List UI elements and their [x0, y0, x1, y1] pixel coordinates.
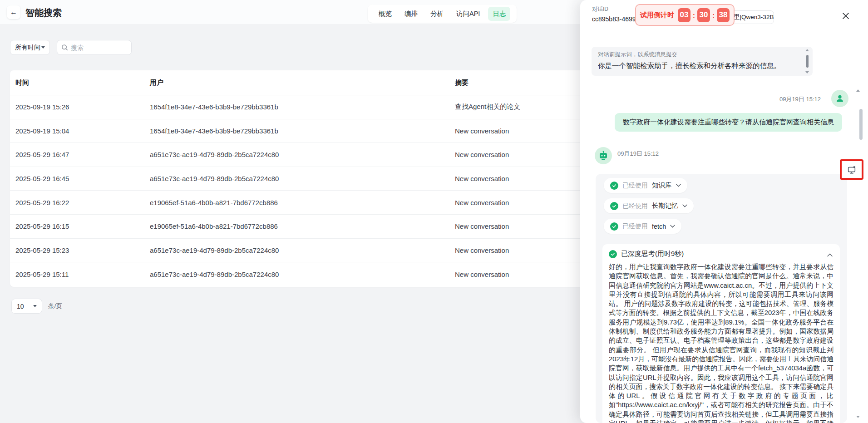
cell-time: 2025-05-29 15:23	[10, 246, 144, 254]
tab-analysis[interactable]: 分析	[426, 7, 448, 21]
assistant-avatar	[595, 147, 612, 164]
chevron-up-icon	[827, 253, 833, 257]
drawer-scrollbar-thumb[interactable]	[859, 109, 863, 140]
countdown-minutes: 30	[697, 8, 710, 22]
scrollbar-thumb[interactable]	[806, 55, 809, 68]
chevron-down-icon	[682, 204, 687, 207]
close-icon	[842, 12, 850, 20]
cell-user: a651e73c-ae19-4d79-89db-2b5ca7224c80	[144, 151, 449, 158]
cell-user: a651e73c-ae19-4d79-89db-2b5ca7224c80	[144, 271, 449, 278]
tool-usage-badge-knowledge-base[interactable]: 已经使用 知识库	[604, 178, 687, 193]
column-header-time: 时间	[10, 79, 144, 87]
tool-name: 长期记忆	[652, 202, 678, 210]
chevron-down-icon	[676, 184, 681, 187]
deep-thinking-content: 好的，用户让我查询数字政府一体化建设需要注重哪些转变，并且要求从信通院官网获取信…	[609, 262, 833, 423]
page-size-unit-label: 条/页	[48, 302, 62, 310]
countdown-label: 试用倒计时	[640, 11, 674, 20]
caret-down-icon	[41, 46, 45, 49]
deep-thinking-title: 已深度思考(用时9秒)	[621, 250, 684, 258]
scroll-down-icon[interactable]	[805, 71, 809, 74]
countdown-hours: 03	[678, 8, 690, 22]
time-filter-value: 所有时间	[15, 44, 40, 52]
cell-user: a651e73c-ae19-4d79-89db-2b5ca7224c80	[144, 175, 449, 182]
countdown-separator: :	[693, 11, 695, 19]
scroll-down-icon[interactable]	[856, 416, 860, 418]
check-circle-icon	[609, 250, 617, 258]
page-size-select[interactable]: 10	[11, 299, 42, 314]
cell-user: a651e73c-ae19-4d79-89db-2b5ca7224c80	[144, 246, 449, 254]
conversation-detail-drawer: 对话ID cc895b83-4699-49 试用倒计时 03 : 30 : 38…	[580, 0, 868, 423]
system-prompt-content: 你是一个智能检索助手，擅长检索和分析各种来源的信息。	[598, 61, 801, 71]
monitor-icon	[847, 165, 857, 175]
tab-orchestration[interactable]: 编排	[400, 7, 422, 21]
close-drawer-button[interactable]	[840, 10, 852, 22]
check-circle-icon	[610, 202, 618, 210]
tab-api-access[interactable]: 访问API	[452, 7, 484, 21]
user-icon	[835, 93, 845, 103]
user-message-time: 09月19日 15:12	[779, 95, 821, 103]
cell-time: 2025-05-29 16:15	[10, 222, 144, 230]
page-size-value: 10	[17, 303, 24, 310]
tool-usage-badge-long-term-memory[interactable]: 已经使用 长期记忆	[604, 198, 694, 213]
scroll-up-icon[interactable]	[805, 49, 809, 51]
conversation-id-label: 对话ID	[592, 5, 608, 13]
tool-usage-badge-fetch[interactable]: 已经使用 fetch	[604, 219, 681, 234]
cell-time: 2025-05-29 16:47	[10, 151, 144, 158]
system-prompt-scrollbar[interactable]	[805, 49, 809, 74]
cell-user: e19065ef-51a6-4b0b-a821-7bd6772cb886	[144, 199, 449, 207]
cell-time: 2025-09-19 15:26	[10, 103, 144, 111]
user-message-bubble: 数字政府一体化建设需要注重哪些转变？请从信通院官网查询相关信息	[615, 113, 842, 132]
system-prompt-caption: 对话前提示词，以系统消息提交	[598, 51, 801, 59]
tool-status-label: 已经使用	[622, 202, 648, 210]
search-input[interactable]	[71, 44, 127, 51]
tool-status-label: 已经使用	[622, 182, 648, 190]
search-box	[57, 40, 132, 55]
cell-user: 1654f1e8-34e7-43e6-b3b9-be729bb3361b	[144, 103, 449, 111]
system-prompt-box: 对话前提示词，以系统消息提交 你是一个智能检索助手，擅长检索和分析各种来源的信息…	[592, 47, 813, 76]
countdown-separator: :	[712, 11, 715, 19]
collapse-thinking-button[interactable]	[827, 251, 833, 259]
trial-countdown-badge: 试用倒计时 03 : 30 : 38	[635, 4, 735, 26]
check-circle-icon	[610, 182, 618, 190]
deep-thinking-header: 已深度思考(用时9秒)	[609, 250, 833, 258]
time-filter-select[interactable]: 所有时间	[10, 40, 50, 55]
countdown-seconds: 38	[717, 8, 730, 22]
chevron-down-icon	[670, 225, 675, 228]
cell-time: 2025-05-29 16:22	[10, 199, 144, 207]
arrow-left-icon: ←	[10, 8, 17, 16]
column-header-user: 用户	[144, 79, 449, 87]
caret-down-icon	[33, 305, 37, 307]
tab-overview[interactable]: 概览	[374, 7, 396, 21]
tab-logs[interactable]: 日志	[488, 7, 510, 21]
scroll-up-icon[interactable]	[856, 89, 860, 92]
search-icon	[61, 44, 68, 51]
preview-screen-button-highlighted[interactable]	[840, 159, 863, 180]
cell-time: 2025-05-29 16:45	[10, 175, 144, 182]
cell-user: 1654f1e8-34e7-43e6-b3b9-be729bb3361b	[144, 127, 449, 135]
cell-time: 2025-09-19 15:04	[10, 127, 144, 135]
back-button[interactable]: ←	[7, 5, 20, 19]
app-root: ← 智能搜索 概览 编排 分析 访问API 日志 所有时间 时间 用户 摘要 2…	[0, 0, 868, 423]
robot-icon	[598, 150, 609, 161]
assistant-message-time: 09月19日 15:12	[617, 150, 659, 158]
deep-thinking-panel: 已深度思考(用时9秒) 好的，用户让我查询数字政府一体化建设需要注重哪些转变，并…	[602, 244, 840, 423]
tool-name: 知识库	[652, 181, 672, 190]
tool-status-label: 已经使用	[622, 222, 648, 231]
cell-user: e19065ef-51a6-4b0b-a821-7bd6772cb886	[144, 222, 449, 230]
check-circle-icon	[610, 222, 618, 231]
cell-time: 2025-05-29 15:11	[10, 271, 144, 278]
user-avatar	[831, 90, 848, 107]
page-title: 智能搜索	[25, 7, 62, 19]
tool-name: fetch	[652, 223, 666, 230]
nav-tabs: 概览 编排 分析 访问API 日志	[368, 5, 517, 23]
assistant-message-card: 已经使用 知识库 已经使用 长期记忆 已经使	[596, 174, 847, 423]
